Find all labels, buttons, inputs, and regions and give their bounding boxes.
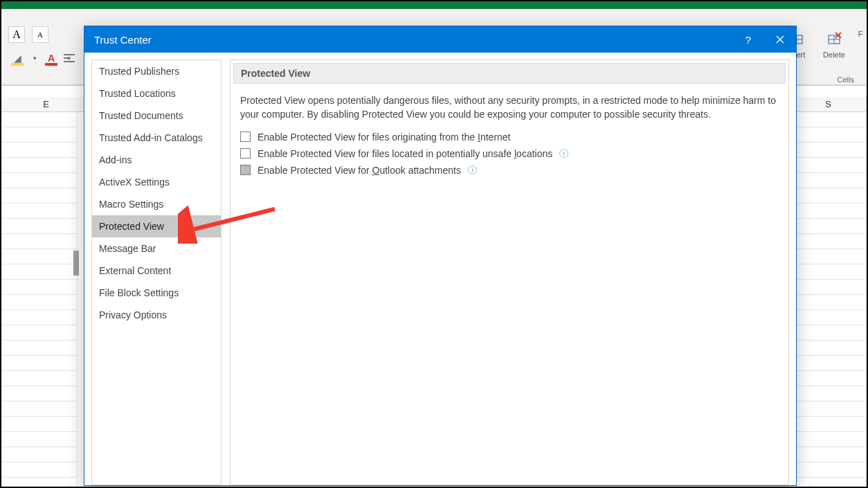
fill-color-dropdown[interactable]: ▾ bbox=[33, 55, 37, 62]
delete-cells-icon bbox=[824, 28, 844, 49]
nav-item-message-bar[interactable]: Message Bar bbox=[92, 237, 221, 260]
checkbox[interactable] bbox=[240, 165, 251, 175]
close-icon bbox=[776, 35, 784, 44]
section-header: Protected View bbox=[233, 63, 786, 84]
app-titlebar bbox=[1, 1, 867, 9]
nav-item-file-block-settings[interactable]: File Block Settings bbox=[92, 282, 221, 304]
nav-item-activex-settings[interactable]: ActiveX Settings bbox=[92, 171, 221, 193]
cells-section-label: Cells bbox=[838, 75, 854, 84]
increase-font-size-button[interactable]: A bbox=[8, 26, 25, 43]
trust-center-nav: Trusted PublishersTrusted LocationsTrust… bbox=[91, 60, 221, 485]
close-button[interactable] bbox=[764, 26, 796, 53]
nav-item-macro-settings[interactable]: Macro Settings bbox=[92, 193, 221, 215]
info-icon[interactable]: i bbox=[468, 165, 477, 174]
decrease-font-size-button[interactable]: A bbox=[32, 26, 48, 43]
row-selector[interactable] bbox=[73, 251, 79, 275]
protected-view-option-0[interactable]: Enable Protected View for files originat… bbox=[240, 129, 786, 145]
nav-item-trusted-documents[interactable]: Trusted Documents bbox=[92, 105, 221, 127]
font-color-button[interactable]: A bbox=[42, 51, 60, 66]
nav-item-external-content[interactable]: External Content bbox=[92, 260, 221, 282]
option-label: Enable Protected View for Outlook attach… bbox=[257, 165, 461, 176]
nav-item-trusted-locations[interactable]: Trusted Locations bbox=[92, 82, 221, 105]
protected-view-option-1[interactable]: Enable Protected View for files located … bbox=[240, 145, 786, 162]
section-description: Protected View opens potentially dangero… bbox=[233, 84, 786, 129]
trust-center-dialog: Trust Center ? Trusted PublishersTrusted… bbox=[84, 26, 797, 486]
checkbox[interactable] bbox=[240, 148, 251, 159]
column-header-e[interactable]: E bbox=[8, 97, 84, 112]
protected-view-option-2[interactable]: Enable Protected View for Outlook attach… bbox=[240, 162, 786, 179]
column-header-s[interactable]: S bbox=[790, 97, 867, 112]
dialog-titlebar[interactable]: Trust Center ? bbox=[84, 26, 796, 53]
format-cells-button[interactable]: F bbox=[856, 28, 865, 59]
nav-item-trusted-publishers[interactable]: Trusted Publishers bbox=[92, 60, 221, 82]
nav-item-privacy-options[interactable]: Privacy Options bbox=[92, 304, 221, 326]
font-color-icon: A bbox=[48, 53, 55, 63]
paint-bucket-icon: ◢ bbox=[14, 53, 21, 63]
nav-item-protected-view[interactable]: Protected View bbox=[92, 215, 221, 237]
trust-center-content: Protected View Protected View opens pote… bbox=[230, 60, 789, 485]
align-left-button[interactable] bbox=[64, 51, 79, 66]
option-label: Enable Protected View for files originat… bbox=[257, 132, 511, 143]
checkbox[interactable] bbox=[240, 132, 251, 142]
delete-label: Delete bbox=[823, 51, 845, 59]
option-label: Enable Protected View for files located … bbox=[257, 148, 552, 159]
format-label: F bbox=[858, 30, 863, 38]
nav-item-trusted-add-in-catalogs[interactable]: Trusted Add-in Catalogs bbox=[92, 127, 221, 149]
dialog-title: Trust Center bbox=[94, 34, 152, 46]
help-button[interactable]: ? bbox=[732, 26, 764, 53]
nav-item-add-ins[interactable]: Add-ins bbox=[92, 149, 221, 171]
info-icon[interactable]: i bbox=[559, 149, 568, 158]
delete-cells-button[interactable]: Delete bbox=[818, 28, 850, 59]
fill-color-button[interactable]: ◢ bbox=[8, 51, 26, 66]
